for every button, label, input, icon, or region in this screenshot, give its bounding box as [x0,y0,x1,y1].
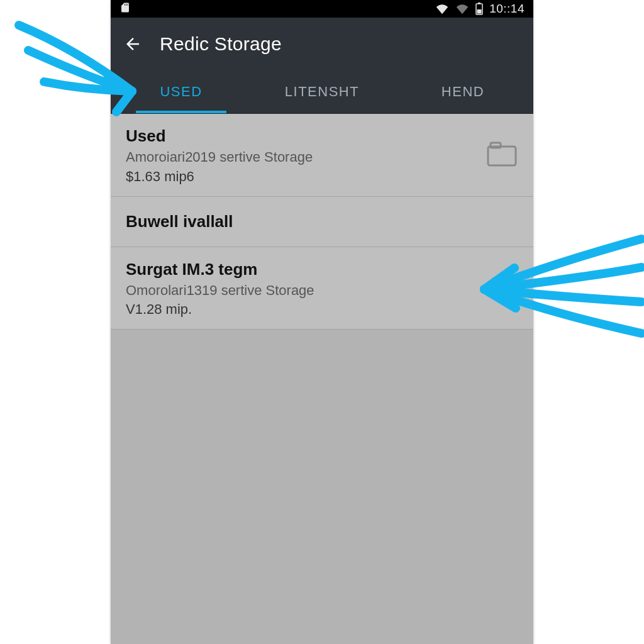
list-item-meta: $1.63 mip6 [126,169,313,185]
list-item-meta: V1.28 mip. [126,301,314,318]
tab-litensht[interactable]: LITENSHT [252,70,392,113]
status-time: 10::14 [489,2,525,16]
battery-icon [475,3,483,15]
status-right: 10::14 [435,2,525,16]
status-bar: 10::14 [111,0,533,18]
app-bar: Redic Storage [111,18,533,70]
page-title: Redic Storage [160,33,282,55]
folder-icon [486,140,518,170]
svg-rect-2 [477,9,482,14]
tab-hend[interactable]: HEND [392,70,533,113]
list-item-title: Surgat IM.3 tegm [126,260,314,279]
list-item-subtitle: Amoroiari2019 sertive Storage [126,148,313,166]
svg-rect-1 [478,3,480,4]
wifi-icon [435,3,449,14]
arrow-annotation-right [440,214,644,358]
tab-label: USED [160,84,202,100]
svg-rect-4 [491,143,501,148]
tab-bar: USED LITENSHT HEND [111,70,533,114]
list-item-subtitle: Omorolari1319 sertive Storage [126,282,314,299]
svg-rect-3 [488,147,516,165]
list-item-title: Buwell ivallall [126,212,233,231]
tab-label: HEND [441,84,484,100]
arrow-annotation-top-left [0,6,164,132]
tab-label: LITENSHT [285,84,359,100]
list-item[interactable]: Used Amoroiari2019 sertive Storage $1.63… [111,114,533,197]
wifi-dim-icon [455,3,469,14]
